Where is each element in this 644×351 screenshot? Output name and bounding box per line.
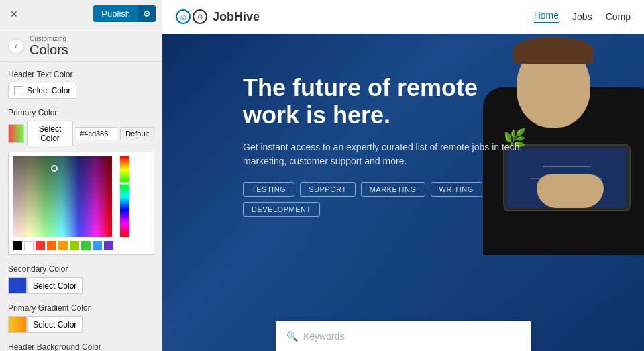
site-logo-text: JobHive [213,10,260,24]
hero-tags: TESTING SUPPORT MARKETING WRITING DEVELO… [243,182,531,217]
site-header: ◎ ⊙ JobHive Home Jobs Comp [162,0,644,34]
swatch-green[interactable] [81,241,91,250]
logo-icon-1: ◎ [176,9,191,24]
customizer-panel: ✕ Publish ⚙ ‹ Customizing Colors Header … [0,0,162,351]
hue-slider[interactable] [120,182,129,185]
site-logo: ◎ ⊙ JobHive [176,9,260,24]
swatch-blue[interactable] [93,241,102,250]
swatch-orange[interactable] [47,241,56,250]
site-nav: Home Jobs Comp [534,10,631,23]
primary-color-section: Primary Color Select Color #4cd386 Defau… [8,108,154,255]
primary-gradient-label: Primary Gradient Color [8,303,154,313]
logo-icons: ◎ ⊙ [176,9,207,24]
tag-marketing: MARKETING [361,182,425,197]
tag-testing: TESTING [243,182,294,197]
header-text-color-swatch [14,86,23,95]
swatch-yellow-green[interactable] [70,241,79,250]
gradient-color-button[interactable]: Select Color [27,316,83,333]
color-swatches-row [13,241,150,250]
breadcrumb: Customizing Colors [30,35,68,58]
color-picker[interactable] [8,152,154,255]
secondary-color-label: Secondary Color [8,264,154,274]
publish-group: Publish ⚙ [93,5,156,22]
header-bg-section: Header Background Color Select Color [8,342,154,351]
laptop-screen-line1 [543,166,590,167]
person-hands [537,174,604,208]
site-preview: ◎ ⊙ JobHive Home Jobs Comp [162,0,644,351]
tag-support: SUPPORT [300,182,355,197]
color-gradient-canvas[interactable] [13,156,112,237]
secondary-color-section: Secondary Color Select Color [8,264,154,294]
hero-title: The future of remote work is here. [243,74,531,130]
primary-gradient-section: Primary Gradient Color Select Color [8,303,154,333]
hero-area: 🌿 The future of remote work is here. Get… [162,34,644,351]
primary-default-button[interactable]: Default [120,127,154,140]
swatch-red[interactable] [36,241,45,250]
primary-color-swatch[interactable] [8,124,24,143]
close-button[interactable]: ✕ [7,7,21,21]
gradient-color-swatch[interactable] [8,316,27,333]
header-bg-label: Header Background Color [8,342,154,351]
hero-subtitle: Get instant access to an expertly curate… [243,140,531,168]
hue-bar[interactable] [120,156,129,237]
header-text-color-btn-label: Select Color [27,86,70,95]
breadcrumb-title: Colors [30,42,68,58]
primary-hex-input[interactable]: #4cd386 [76,127,117,140]
tag-writing: WRITING [431,182,482,197]
swatch-yellow-orange[interactable] [58,241,68,250]
logo-icon-2: ⊙ [193,9,207,24]
color-crosshair [51,165,58,172]
hero-content: The future of remote work is here. Get i… [243,74,531,217]
primary-color-label: Primary Color [8,108,154,117]
publish-settings-button[interactable]: ⚙ [138,5,156,22]
header-text-color-label: Header Text Color [8,70,154,79]
nav-jobs[interactable]: Jobs [572,11,592,22]
primary-color-button[interactable]: Select Color [27,121,73,146]
primary-color-row: Select Color #4cd386 Default [8,121,154,146]
tag-development: DEVELOPMENT [243,202,320,217]
top-bar: ✕ Publish ⚙ [0,0,162,28]
header-text-color-button[interactable]: Select Color [8,83,76,99]
panel-content: Header Text Color Select Color Primary C… [0,62,162,351]
publish-button[interactable]: Publish [93,5,138,22]
nav-comp[interactable]: Comp [606,11,631,22]
swatch-white[interactable] [24,241,34,250]
person-hair [513,37,594,64]
secondary-color-button[interactable]: Select Color [27,277,83,294]
secondary-color-swatch[interactable] [8,277,27,294]
primary-color-btn-label: Select Color [33,124,67,143]
swatch-black[interactable] [13,241,22,250]
header-text-color-section: Header Text Color Select Color [8,70,154,99]
search-bar[interactable]: 🔍 Keywords [276,321,531,351]
breadcrumb-bar: ‹ Customizing Colors [0,28,162,62]
breadcrumb-sub: Customizing [30,35,68,42]
search-icon: 🔍 [286,331,298,342]
nav-home[interactable]: Home [534,10,559,23]
swatch-purple[interactable] [104,241,113,250]
search-placeholder-text: Keywords [303,331,344,342]
back-button[interactable]: ‹ [8,38,24,54]
